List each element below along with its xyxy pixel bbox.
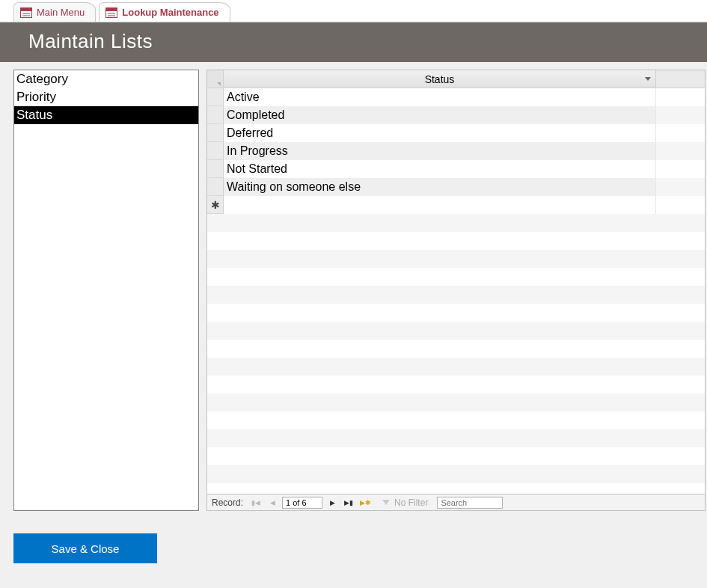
datasheet-header: Status bbox=[207, 70, 705, 88]
record-label: Record: bbox=[212, 497, 243, 508]
table-row[interactable]: Active bbox=[207, 88, 705, 106]
tab-label: Lookup Maintenance bbox=[122, 7, 218, 18]
filter-indicator[interactable]: No Filter bbox=[382, 497, 428, 508]
tab-label: Main Menu bbox=[37, 7, 85, 18]
tab-lookup-maintenance[interactable]: Lookup Maintenance bbox=[99, 2, 230, 22]
new-row-marker: ✱ bbox=[207, 196, 224, 214]
row-selector[interactable] bbox=[207, 160, 224, 178]
record-position-input[interactable] bbox=[282, 497, 322, 509]
next-record-button[interactable]: ▶ bbox=[325, 497, 339, 509]
cell[interactable]: Active bbox=[224, 88, 656, 106]
last-record-button[interactable]: ▶▮ bbox=[342, 497, 355, 509]
row-selector[interactable] bbox=[207, 142, 224, 160]
cell[interactable]: Waiting on someone else bbox=[224, 178, 656, 196]
table-row[interactable]: Waiting on someone else bbox=[207, 178, 705, 196]
row-selector-header[interactable] bbox=[207, 70, 224, 88]
new-record-button[interactable]: ▶✱ bbox=[358, 497, 372, 509]
tab-main-menu[interactable]: Main Menu bbox=[13, 2, 96, 22]
filter-label: No Filter bbox=[394, 497, 428, 508]
form-icon bbox=[20, 7, 32, 18]
search-input[interactable] bbox=[437, 497, 503, 509]
cell[interactable]: In Progress bbox=[224, 142, 656, 160]
cell[interactable]: Deferred bbox=[224, 124, 656, 142]
table-row[interactable]: Completed bbox=[207, 106, 705, 124]
content-area: Category Priority Status Status Active C… bbox=[0, 62, 707, 511]
record-navigator: Record: ▮◀ ◀ ▶ ▶▮ ▶✱ No Filter bbox=[207, 494, 705, 510]
list-item-status[interactable]: Status bbox=[14, 106, 198, 124]
list-item-category[interactable]: Category bbox=[14, 70, 198, 88]
list-item-priority[interactable]: Priority bbox=[14, 88, 198, 106]
new-row[interactable]: ✱ bbox=[207, 196, 705, 214]
row-selector[interactable] bbox=[207, 124, 224, 142]
cell[interactable]: Completed bbox=[224, 106, 656, 124]
first-record-button[interactable]: ▮◀ bbox=[249, 497, 263, 509]
page-title: Maintain Lists bbox=[0, 22, 707, 62]
form-icon bbox=[105, 7, 117, 18]
datasheet-body[interactable]: Active Completed Deferred In Progress No… bbox=[207, 88, 705, 494]
category-list[interactable]: Category Priority Status bbox=[13, 70, 199, 511]
funnel-icon bbox=[382, 500, 390, 505]
column-header-status[interactable]: Status bbox=[224, 70, 656, 88]
datasheet: Status Active Completed Deferred In Prog… bbox=[206, 70, 706, 511]
cell[interactable] bbox=[224, 196, 656, 214]
table-row[interactable]: In Progress bbox=[207, 142, 705, 160]
column-header-label: Status bbox=[425, 73, 455, 85]
cell[interactable]: Not Started bbox=[224, 160, 656, 178]
save-close-button[interactable]: Save & Close bbox=[13, 533, 157, 563]
tab-bar: Main Menu Lookup Maintenance bbox=[0, 0, 707, 22]
row-selector[interactable] bbox=[207, 178, 224, 196]
prev-record-button[interactable]: ◀ bbox=[266, 497, 279, 509]
table-row[interactable]: Deferred bbox=[207, 124, 705, 142]
table-row[interactable]: Not Started bbox=[207, 160, 705, 178]
row-selector[interactable] bbox=[207, 106, 224, 124]
chevron-down-icon bbox=[645, 77, 651, 81]
row-selector[interactable] bbox=[207, 88, 224, 106]
